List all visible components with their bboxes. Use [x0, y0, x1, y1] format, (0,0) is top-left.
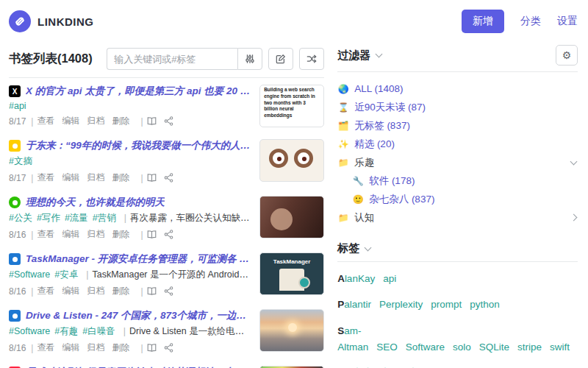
filter-link[interactable]: 软件 (178)	[369, 174, 415, 188]
bookmark-tag-link[interactable]: #Software	[9, 269, 50, 280]
separator: |	[140, 173, 143, 183]
filter-settings-button[interactable]: ⚙	[556, 45, 578, 66]
filter-link[interactable]: ALL (1408)	[354, 83, 403, 94]
delete-link[interactable]: 删除	[112, 171, 129, 184]
edit-link[interactable]: 编辑	[62, 342, 79, 354]
tag-link[interactable]: Palantir	[337, 299, 371, 310]
delete-link[interactable]: 删除	[112, 115, 129, 127]
archive-link[interactable]: 归档	[87, 171, 104, 184]
filter-item[interactable]: ✨精选 (20)	[337, 135, 578, 153]
bookmark-title-link[interactable]: TaskManager - 开源安卓任务管理器，可监测各 APP 的 CPU、内…	[26, 252, 251, 266]
bookmark-tagline: #Software#安卓|TaskManager 是一个开源的 Android …	[9, 269, 251, 281]
edit-link[interactable]: 编辑	[62, 171, 79, 184]
delete-link[interactable]: 删除	[112, 342, 129, 354]
search-input[interactable]	[107, 48, 237, 70]
bulk-edit-button[interactable]	[268, 48, 293, 70]
tag-link[interactable]: swift	[550, 342, 570, 353]
edit-link[interactable]: 编辑	[62, 115, 79, 127]
share-button[interactable]	[164, 173, 173, 183]
bookmark-thumbnail[interactable]: Building a web search engine from scratc…	[259, 85, 324, 127]
bookmark-tag-link[interactable]: #流量	[65, 213, 88, 223]
bookmark-tag-link[interactable]: #api	[9, 101, 26, 111]
nav-categories-link[interactable]: 分类	[520, 15, 541, 28]
separator: |	[86, 269, 88, 280]
archive-link[interactable]: 归档	[87, 285, 104, 297]
mark-read-button[interactable]	[147, 116, 157, 126]
bookmark-tag-link[interactable]: #文摘	[9, 156, 32, 166]
tag-group: A安克案例安卓	[337, 365, 578, 368]
bookmark-thumbnail[interactable]	[259, 139, 324, 182]
nav-settings-link[interactable]: 设置	[557, 15, 578, 28]
delete-link[interactable]: 删除	[112, 228, 129, 241]
bookmark-title-link[interactable]: 于东来：“99年的时候，我说我要做一个伟大的人，很多人都说我	[26, 139, 251, 152]
view-link[interactable]: 查看	[37, 171, 54, 184]
share-button[interactable]	[164, 230, 173, 239]
bookmark-tag-link[interactable]: #公关	[9, 213, 32, 223]
bookmark-title-link[interactable]: 理想的今天，也许就是你的明天	[26, 196, 165, 209]
view-link[interactable]: 查看	[37, 342, 54, 354]
tag-link[interactable]: Sam-Altman	[337, 325, 368, 353]
mark-read-button[interactable]	[147, 343, 157, 353]
share-button[interactable]	[164, 116, 173, 126]
tag-link[interactable]: solo	[453, 342, 471, 353]
bookmark-tag-link[interactable]: #有趣	[54, 326, 78, 336]
separator: |	[140, 230, 143, 240]
tag-link[interactable]: stripe	[517, 342, 542, 353]
chevron-right-icon[interactable]	[570, 214, 578, 222]
tag-link[interactable]: Perplexity	[379, 299, 423, 310]
view-link[interactable]: 查看	[37, 115, 54, 127]
bookmark-thumbnail[interactable]: TaskManager	[259, 252, 324, 295]
archive-link[interactable]: 归档	[87, 115, 104, 127]
bookmark-title-link[interactable]: Drive & Listen - 247 个国家，873个城市，一边听音乐，一边…	[26, 309, 251, 322]
filter-item[interactable]: ⌛近90天未读 (87)	[337, 98, 578, 116]
filter-item[interactable]: 🙂杂七杂八 (837)	[337, 190, 578, 208]
bookmark-tag-link[interactable]: #写作	[37, 213, 60, 223]
filter-link[interactable]: 杂七杂八 (837)	[369, 193, 434, 206]
filter-link[interactable]: 无标签 (837)	[354, 119, 410, 132]
filter-item[interactable]: 🔧软件 (178)	[337, 171, 578, 190]
filter-link[interactable]: 精选 (20)	[354, 138, 395, 151]
tag-link[interactable]: Software	[406, 342, 445, 353]
filter-item[interactable]: 📁乐趣	[337, 153, 578, 171]
brand[interactable]: LINKDING	[9, 10, 94, 32]
bookmark-thumbnail[interactable]	[259, 196, 324, 238]
bookmark-tag-link[interactable]: #安卓	[54, 269, 78, 280]
delete-link[interactable]: 删除	[112, 285, 129, 297]
archive-link[interactable]: 归档	[87, 228, 104, 241]
bookmark-tag-link[interactable]: #白噪音	[82, 326, 115, 336]
tag-link[interactable]: python	[470, 299, 500, 310]
share-icon	[164, 173, 173, 183]
tag-link[interactable]: prompt	[431, 299, 462, 310]
edit-link[interactable]: 编辑	[62, 228, 79, 241]
add-bookmark-button[interactable]: 新增	[462, 10, 504, 33]
random-sort-button[interactable]	[299, 48, 324, 70]
bookmark-tag-link[interactable]: #营销	[93, 213, 116, 223]
search-options-button[interactable]	[237, 48, 262, 70]
filter-item[interactable]: 🗂️无标签 (837)	[337, 116, 578, 135]
tag-link[interactable]: SQLite	[479, 342, 509, 353]
bookmark-description: 再次暴露，车圈公关认知缺位的问题。	[130, 213, 251, 223]
view-link[interactable]: 查看	[37, 228, 54, 241]
filter-link[interactable]: 近90天未读 (87)	[354, 101, 426, 114]
mark-read-button[interactable]	[147, 230, 157, 239]
archive-link[interactable]: 归档	[87, 342, 104, 354]
view-link[interactable]: 查看	[37, 285, 54, 297]
chevron-down-icon[interactable]	[376, 51, 383, 58]
mark-read-button[interactable]	[147, 173, 157, 183]
chevron-down-icon[interactable]	[570, 158, 578, 165]
mark-read-button[interactable]	[147, 286, 157, 296]
tag-link[interactable]: SEO	[376, 342, 398, 353]
share-button[interactable]	[164, 343, 173, 353]
filter-item[interactable]: 📁认知	[337, 208, 578, 227]
bookmark-date: 8/17	[9, 116, 26, 127]
filter-item[interactable]: 🌏ALL (1408)	[337, 79, 578, 98]
chevron-down-icon[interactable]	[365, 244, 372, 251]
edit-link[interactable]: 编辑	[62, 285, 79, 297]
book-icon	[147, 343, 157, 353]
bookmark-thumbnail[interactable]	[259, 309, 324, 352]
bookmark-tag-link[interactable]: #Software	[9, 326, 50, 336]
share-button[interactable]	[164, 286, 173, 296]
tag-link[interactable]: AlanKay	[337, 273, 375, 284]
bookmark-title-link[interactable]: X 的官方 api 太贵了，即便是第三方 api 也要 20 多刀一个月 而 t…	[26, 85, 251, 98]
tag-link[interactable]: api	[383, 273, 396, 284]
